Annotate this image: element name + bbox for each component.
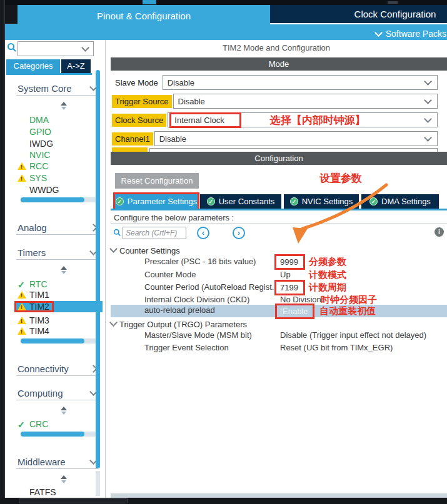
- sort-toggle-icon[interactable]: [60, 407, 68, 415]
- sidebar-item-wwdg[interactable]: WWDG: [18, 184, 96, 195]
- divider: [16, 400, 98, 400]
- chevron-down-icon: [81, 44, 89, 52]
- section-analog[interactable]: Analog: [18, 222, 96, 233]
- mode-row-channel1: Channel1 Disable: [112, 131, 438, 146]
- chevron-down-icon: [109, 319, 118, 327]
- system-core-progress-bar: [21, 197, 97, 202]
- sidebar-item-iwdg[interactable]: IWDG: [18, 138, 96, 149]
- sort-toggle-icon[interactable]: [60, 102, 68, 111]
- tab-categories[interactable]: Categories: [6, 59, 60, 73]
- sidebar-item-crc[interactable]: ✓CRC: [18, 418, 96, 430]
- divider: [16, 234, 98, 235]
- annotation-text: 自动重装初值: [319, 305, 376, 317]
- tab-dma-settings[interactable]: ✓ DMA Settings: [361, 194, 439, 209]
- computing-progress-bar: [21, 432, 97, 437]
- parameter-search-row: ‹ › i: [106, 225, 447, 242]
- blank-icon: [18, 185, 27, 194]
- slave-mode-dropdown[interactable]: Disable: [163, 75, 438, 90]
- sort-toggle-icon[interactable]: [60, 266, 68, 275]
- main-header-bar: Pinout & Configuration Clock Configurati…: [5, 5, 447, 40]
- warning-icon: [18, 316, 27, 325]
- clock-division-value[interactable]: No Division: [280, 295, 321, 304]
- check-icon: ✓: [18, 420, 27, 428]
- tab-user-constants[interactable]: ✓ User Constants: [200, 194, 281, 209]
- channel1-dropdown[interactable]: Disable: [154, 131, 438, 146]
- check-icon: ✓: [18, 280, 27, 289]
- sidebar-item-fatfs[interactable]: FATFS: [18, 487, 96, 498]
- sidebar-item-sys[interactable]: SYS: [18, 172, 96, 184]
- configuration-section-header: Configuration: [111, 152, 447, 165]
- annotation-text: 计数周期: [309, 282, 346, 294]
- tab-clock-configuration[interactable]: Clock Configuration: [270, 5, 447, 24]
- section-middleware[interactable]: Middleware: [18, 456, 96, 467]
- clock-source-dropdown[interactable]: Internal Clock 选择【内部时钟源】: [168, 112, 438, 127]
- channel1-label: Channel1: [112, 132, 153, 146]
- sidebar-item-nvic[interactable]: NVIC: [18, 149, 96, 161]
- annotation-text: 分频参数: [309, 256, 346, 268]
- sidebar-item-tim2[interactable]: TIM2: [16, 301, 103, 312]
- counter-mode-value[interactable]: Up: [280, 270, 291, 279]
- tab-a-to-z[interactable]: A->Z: [61, 59, 91, 73]
- timers-progress-bar: [21, 338, 97, 343]
- mode-row-clock-source: Clock Source Internal Clock 选择【内部时钟源】: [112, 112, 438, 127]
- msm-value[interactable]: Disable (Trigger input effect not delaye…: [280, 330, 426, 340]
- trigger-event-value[interactable]: Reset (UG bit from TIMx_EGR): [280, 343, 393, 352]
- divider: [16, 468, 98, 469]
- annotation-text: 选择【内部时钟源】: [270, 113, 366, 127]
- check-circle-icon: ✓: [369, 197, 378, 205]
- tab-parameter-settings[interactable]: ✓ Parameter Settings: [115, 194, 198, 209]
- tab-pinout-configuration[interactable]: Pinout & Configuration: [19, 9, 269, 24]
- divider: [111, 224, 447, 224]
- horizontal-scrollbar[interactable]: [111, 493, 447, 498]
- check-circle-icon: ✓: [290, 197, 298, 205]
- auto-reload-value[interactable]: Enable: [275, 304, 314, 319]
- trigger-source-dropdown[interactable]: Disable: [173, 94, 438, 109]
- sidebar-search-combobox[interactable]: [18, 41, 94, 56]
- sidebar: Categories A->Z System Core DMA GPIO IWD…: [5, 40, 105, 498]
- parameter-search-input[interactable]: [123, 227, 186, 239]
- reset-configuration-button[interactable]: Reset Configuration: [115, 173, 199, 189]
- param-row-auto-reload-preload[interactable]: auto-reload preload Enable 自动重装初值: [111, 305, 447, 317]
- tab-underline: [111, 209, 447, 210]
- clock-source-value-red-box: Internal Clock: [169, 112, 241, 128]
- section-system-core[interactable]: System Core: [18, 82, 96, 94]
- software-packs-menu[interactable]: Software Packs: [376, 27, 447, 40]
- annotation-text: 设置参数: [319, 171, 362, 185]
- tab-underline: [6, 73, 92, 75]
- section-timers[interactable]: Timers: [18, 247, 96, 258]
- blank-icon: [18, 127, 27, 136]
- taskbar-item: [19, 498, 128, 503]
- sidebar-item-tim1[interactable]: TIM1: [18, 289, 96, 300]
- counter-period-value[interactable]: 7199: [274, 280, 305, 295]
- info-icon[interactable]: i: [434, 227, 444, 237]
- sidebar-item-gpio[interactable]: GPIO: [18, 126, 96, 137]
- section-computing[interactable]: Computing: [18, 387, 96, 398]
- tab-nvic-settings[interactable]: ✓ NVIC Settings: [284, 194, 359, 209]
- sidebar-item-dma[interactable]: DMA: [18, 114, 96, 126]
- left-panel-edge: [0, 0, 5, 504]
- sidebar-item-tim4[interactable]: TIM4: [18, 325, 96, 337]
- check-circle-icon: ✓: [116, 197, 124, 205]
- app-window: Pinout & Configuration Clock Configurati…: [0, 0, 447, 504]
- sidebar-item-rcc[interactable]: RCC: [18, 161, 96, 172]
- sidebar-item-tim3[interactable]: TIM3: [18, 315, 96, 326]
- slave-mode-value: Disable: [168, 78, 194, 87]
- param-row-prescaler: Prescaler (PSC - 16 bits value) 9999 分频参…: [106, 256, 447, 268]
- mode-row-slave-mode: Slave Mode Disable: [112, 75, 438, 90]
- prescaler-value[interactable]: 9999: [274, 254, 305, 270]
- sidebar-scrollbar-track: [96, 471, 100, 496]
- mode-row-partial: [112, 147, 438, 152]
- next-match-button[interactable]: ›: [233, 227, 245, 239]
- window-top-strip: [0, 0, 447, 5]
- warning-icon: [18, 302, 27, 311]
- sort-toggle-icon[interactable]: [60, 475, 68, 484]
- partial-yellow-label: [112, 147, 148, 152]
- sidebar-item-rtc[interactable]: ✓RTC: [18, 279, 96, 290]
- param-row-trigger-event: Trigger Event Selection Reset (UG bit fr…: [106, 342, 447, 354]
- section-connectivity[interactable]: Connectivity: [18, 363, 96, 374]
- parameters-subtitle: Configure the below parameters :: [114, 213, 234, 222]
- sidebar-scrollbar[interactable]: [96, 70, 100, 468]
- top-strip-fragment: [388, 1, 398, 4]
- warning-icon: [18, 162, 27, 170]
- previous-match-button[interactable]: ‹: [197, 227, 209, 239]
